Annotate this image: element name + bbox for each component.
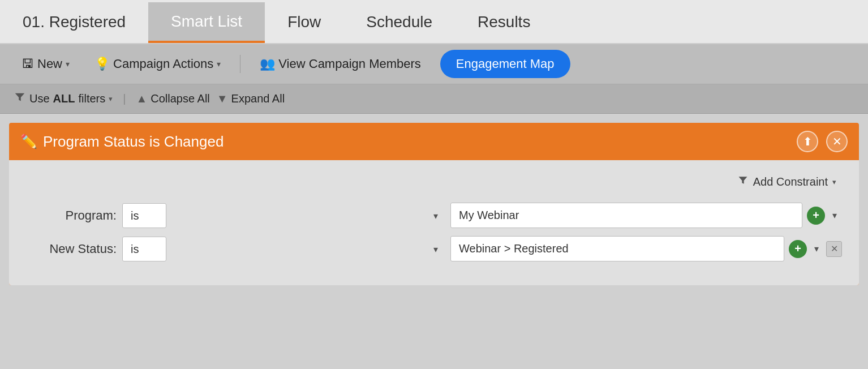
program-value-dropdown-button[interactable]: ▾ xyxy=(827,208,842,223)
use-all-filters[interactable]: Use ALL filters ▾ xyxy=(14,91,113,106)
program-operator-wrapper: is is not xyxy=(122,203,445,228)
program-operator-select[interactable]: is is not xyxy=(122,203,166,228)
new-status-operator-select[interactable]: is is not xyxy=(122,237,166,261)
pencil-icon: ✏️ xyxy=(20,134,37,149)
new-status-operator-wrapper: is is not xyxy=(122,237,445,261)
new-label: New xyxy=(37,57,62,71)
plus-icon: + xyxy=(794,242,801,255)
move-up-button[interactable]: ⬆ xyxy=(797,131,818,152)
campaign-actions-label: Campaign Actions xyxy=(113,57,213,71)
add-constraint-icon xyxy=(737,175,749,189)
engagement-map-button[interactable]: Engagement Map xyxy=(440,50,570,78)
add-constraint-label: Add Constraint xyxy=(753,175,828,188)
program-add-value-button[interactable]: + xyxy=(807,207,825,225)
filter-bar: Use ALL filters ▾ | ▲ Collapse All ▼ Exp… xyxy=(0,84,868,114)
add-constraint-button[interactable]: Add Constraint ▾ xyxy=(732,171,842,192)
program-value-wrapper: + ▾ xyxy=(450,203,842,228)
collapse-icon: ▲ xyxy=(136,92,147,105)
toolbar: 🖫 New ▾ 💡 Campaign Actions ▾ 👥 View Camp… xyxy=(0,44,868,84)
close-filter-button[interactable]: ✕ xyxy=(826,131,848,152)
campaign-actions-chevron: ▾ xyxy=(217,59,221,68)
expand-label: Expand All xyxy=(231,92,285,105)
new-status-remove-button[interactable]: ✕ xyxy=(826,241,842,257)
campaign-actions-button[interactable]: 💡 Campaign Actions ▾ xyxy=(84,51,231,77)
filter-card-actions: ⬆ ✕ xyxy=(797,131,848,152)
filter-bar-divider: | xyxy=(123,92,126,105)
program-value-actions: + ▾ xyxy=(807,207,842,225)
filter-card-title-text: Program Status is Changed xyxy=(43,133,224,151)
new-status-value-input[interactable] xyxy=(450,236,784,261)
expand-all-button[interactable]: ▼ Expand All xyxy=(217,92,285,105)
filter-card: ✏️ Program Status is Changed ⬆ ✕ Add Con… xyxy=(9,123,859,285)
new-status-value-wrapper: + ▾ ✕ xyxy=(450,236,842,261)
expand-icon: ▼ xyxy=(217,92,228,105)
constraint-row-program: Program: is is not + ▾ xyxy=(26,203,842,228)
tab-smartlist[interactable]: Smart List xyxy=(148,2,265,43)
new-status-label: New Status: xyxy=(26,242,117,256)
new-icon: 🖫 xyxy=(22,57,34,71)
new-chevron: ▾ xyxy=(66,59,70,68)
view-members-label: View Campaign Members xyxy=(278,57,420,71)
plus-icon: + xyxy=(813,209,819,222)
view-members-icon: 👥 xyxy=(260,57,275,71)
add-constraint-row: Add Constraint ▾ xyxy=(26,171,842,192)
funnel-icon xyxy=(14,91,26,106)
collapse-label: Collapse All xyxy=(151,92,210,105)
new-button[interactable]: 🖫 New ▾ xyxy=(11,51,80,77)
chevron-down-icon: ▾ xyxy=(832,210,837,221)
remove-icon: ✕ xyxy=(831,243,838,254)
program-label: Program: xyxy=(26,208,117,223)
tab-flow[interactable]: Flow xyxy=(265,2,343,43)
new-status-add-value-button[interactable]: + xyxy=(789,240,807,258)
close-icon: ✕ xyxy=(832,135,842,148)
filters-chevron: ▾ xyxy=(109,95,113,103)
constraint-row-new-status: New Status: is is not + ▾ ✕ xyxy=(26,236,842,261)
new-status-value-actions: + ▾ ✕ xyxy=(789,240,842,258)
engagement-map-label: Engagement Map xyxy=(456,57,555,71)
filter-card-body: Add Constraint ▾ Program: is is not + xyxy=(9,160,859,285)
filter-card-title: ✏️ Program Status is Changed xyxy=(20,133,224,151)
add-constraint-chevron: ▾ xyxy=(832,178,836,186)
tab-results[interactable]: Results xyxy=(455,2,553,43)
new-status-value-dropdown-button[interactable]: ▾ xyxy=(809,242,824,256)
tab-bar: 01. Registered Smart List Flow Schedule … xyxy=(0,0,868,44)
use-label: Use xyxy=(29,92,50,105)
tab-schedule[interactable]: Schedule xyxy=(343,2,455,43)
up-arrow-icon: ⬆ xyxy=(803,135,813,148)
filters-label: filters xyxy=(78,92,105,105)
campaign-actions-icon: 💡 xyxy=(94,57,110,71)
all-label: ALL xyxy=(53,92,75,105)
view-campaign-members-button[interactable]: 👥 View Campaign Members xyxy=(250,51,431,77)
program-value-input[interactable] xyxy=(450,203,802,228)
filter-card-header: ✏️ Program Status is Changed ⬆ ✕ xyxy=(9,123,859,160)
chevron-down-icon: ▾ xyxy=(814,243,819,254)
toolbar-divider xyxy=(240,55,240,73)
collapse-all-button[interactable]: ▲ Collapse All xyxy=(136,92,209,105)
tab-registered[interactable]: 01. Registered xyxy=(0,2,148,43)
